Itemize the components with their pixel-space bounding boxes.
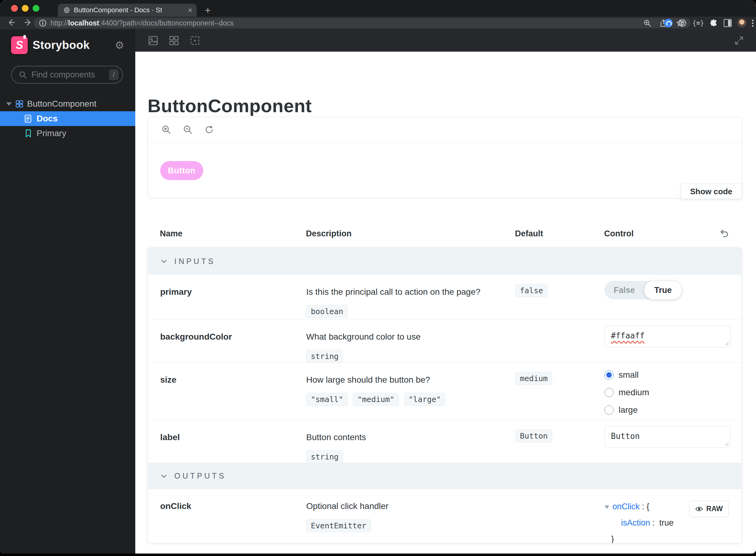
radio-option-small[interactable]: small: [605, 370, 729, 380]
tree-key[interactable]: isAction: [621, 518, 650, 527]
sidebar-item-primary[interactable]: Primary: [0, 126, 135, 141]
zoom-window-button[interactable]: [33, 5, 39, 12]
arg-description: Optional click handler: [306, 501, 515, 511]
tree-brace: : {: [642, 502, 649, 511]
raw-toggle-button[interactable]: RAW: [689, 501, 729, 517]
zoom-in-icon[interactable]: [162, 125, 171, 135]
radio-large[interactable]: [605, 406, 614, 415]
story-button[interactable]: Button: [160, 161, 203, 180]
radio-label: medium: [619, 388, 649, 397]
browser-menu-icon[interactable]: [752, 20, 754, 27]
arg-description: Is this the principal call to action on …: [306, 287, 515, 297]
zoom-page-icon[interactable]: [643, 19, 651, 27]
radio-small[interactable]: [605, 370, 614, 380]
table-row: onClick Optional click handler EventEmit…: [148, 489, 742, 543]
password-manager-extension-icon[interactable]: [664, 19, 673, 27]
tab-strip: ButtonComponent - Docs · St × +: [0, 0, 756, 16]
args-table: INPUTS primary Is this the principal cal…: [147, 247, 742, 544]
minimize-window-button[interactable]: [22, 5, 29, 12]
input-value: #ffaaff: [611, 331, 645, 340]
size-radio-group: small medium large: [605, 369, 729, 415]
tree-collapse-caret-icon[interactable]: [605, 506, 609, 509]
traffic-lights: [11, 5, 39, 12]
tab-title: ButtonComponent - Docs · St: [74, 6, 184, 14]
profile-avatar[interactable]: [737, 19, 747, 28]
section-label: INPUTS: [174, 257, 215, 266]
zoom-reset-icon[interactable]: [204, 125, 214, 135]
eye-icon: [695, 505, 703, 513]
search-input[interactable]: Find components /: [11, 66, 123, 83]
tab-close-icon[interactable]: ×: [188, 6, 193, 14]
toggle-true-option[interactable]: True: [644, 281, 682, 300]
chevron-down-icon: [160, 473, 168, 480]
arg-description: Button contents: [306, 432, 515, 442]
sidebar-item-label: Docs: [37, 114, 58, 124]
show-code-button[interactable]: Show code: [681, 184, 742, 199]
arg-description: How large should the button be?: [306, 375, 515, 385]
back-icon[interactable]: [7, 18, 15, 27]
storybook-sidebar: S Storybook ⚙ Find components /: [0, 30, 135, 554]
browser-window: ButtonComponent - Docs · St × + http://l…: [0, 0, 756, 554]
browser-tab[interactable]: ButtonComponent - Docs · St ×: [58, 4, 197, 16]
arg-name: primary: [148, 275, 306, 319]
raw-label: RAW: [706, 505, 723, 513]
component-tree: ButtonComponent Docs Primary: [0, 97, 135, 141]
image-tool-icon[interactable]: [147, 35, 159, 46]
type-chip: "small": [306, 393, 348, 406]
url-text: http://localhost:4400/?path=/docs/button…: [50, 19, 643, 27]
fullscreen-icon[interactable]: [734, 35, 744, 46]
table-row: backgroundColor What background color to…: [148, 319, 742, 362]
radio-label: large: [619, 405, 638, 415]
arg-name: onClick: [148, 489, 306, 544]
measure-tool-icon[interactable]: [190, 35, 201, 46]
zoom-out-icon[interactable]: [183, 125, 193, 135]
type-chip: "large": [404, 393, 445, 406]
site-info-icon[interactable]: [39, 19, 47, 27]
radio-medium[interactable]: [605, 388, 614, 397]
side-panel-icon[interactable]: [724, 19, 732, 27]
bookmark-icon: [25, 129, 32, 138]
close-window-button[interactable]: [11, 5, 18, 12]
radio-label: small: [619, 370, 639, 380]
default-chip: Button: [515, 429, 552, 443]
table-row: label Button contents string Button Butt…: [148, 420, 742, 463]
column-header-default: Default: [515, 229, 604, 239]
reset-controls-icon[interactable]: [719, 228, 729, 238]
column-header-description: Description: [306, 229, 515, 239]
address-bar[interactable]: http://localhost:4400/?path=/docs/button…: [34, 18, 690, 28]
new-tab-button[interactable]: +: [205, 4, 211, 16]
storybook-logo[interactable]: S: [11, 36, 28, 54]
expander-caret-icon[interactable]: [6, 102, 12, 106]
resize-grip-icon[interactable]: [724, 442, 729, 447]
extensions-puzzle-icon[interactable]: [710, 19, 718, 27]
toggle-false-option[interactable]: False: [605, 281, 644, 299]
arg-name: size: [148, 363, 306, 420]
tree-key[interactable]: onClick: [612, 502, 640, 511]
section-label: OUTPUTS: [174, 472, 226, 480]
label-text-input[interactable]: Button: [605, 426, 730, 448]
type-chip: boolean: [306, 305, 348, 318]
circles-extension-icon[interactable]: [678, 19, 687, 27]
storybook-logo-letter: S: [16, 39, 23, 51]
backgroundcolor-text-input[interactable]: #ffaaff: [605, 326, 730, 347]
story-preview-panel: Button Show code: [147, 117, 742, 198]
table-row: primary Is this the principal call to ac…: [148, 275, 742, 319]
sidebar-item-buttoncomponent[interactable]: ButtonComponent: [0, 97, 135, 111]
radio-option-large[interactable]: large: [605, 405, 729, 415]
document-icon: [24, 114, 32, 123]
arg-name: backgroundColor: [148, 320, 306, 363]
sidebar-item-docs[interactable]: Docs: [0, 111, 135, 126]
grid-tool-icon[interactable]: [169, 35, 179, 46]
forward-icon[interactable]: [24, 18, 33, 27]
default-chip: false: [515, 284, 548, 297]
gear-icon[interactable]: ⚙: [115, 40, 124, 50]
devtools-extension-icon[interactable]: {≡}: [692, 20, 704, 27]
section-header-outputs[interactable]: OUTPUTS: [148, 463, 742, 489]
column-header-name: Name: [147, 229, 306, 239]
tree-brace: }: [611, 534, 614, 544]
component-grid-icon: [15, 100, 24, 108]
chevron-down-icon: [160, 257, 168, 265]
section-header-inputs[interactable]: INPUTS: [148, 248, 742, 275]
radio-option-medium[interactable]: medium: [605, 388, 729, 397]
resize-grip-icon[interactable]: [724, 341, 729, 346]
